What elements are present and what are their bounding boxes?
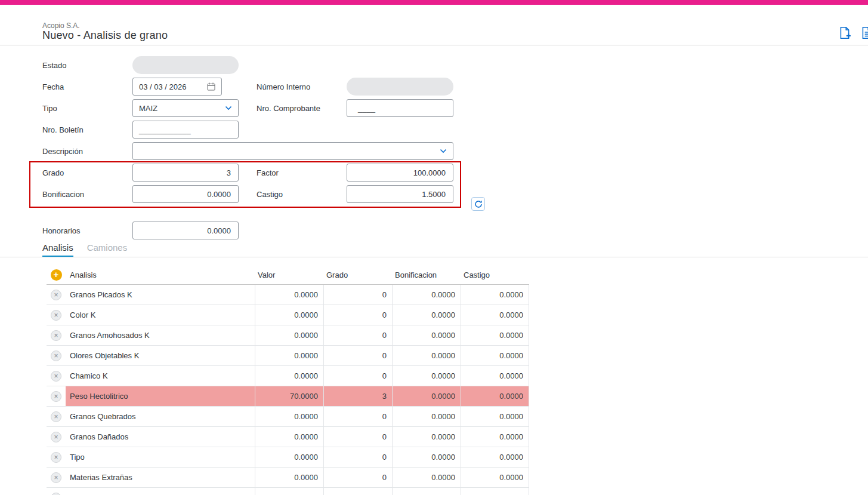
fecha-label: Fecha	[42, 78, 64, 96]
cell-bonificacion[interactable]	[392, 488, 461, 495]
cell-valor[interactable]: 70.0000	[255, 386, 323, 406]
cell-castigo[interactable]: 0.0000	[461, 346, 529, 365]
cell-analisis[interactable]: Olores Objetables K	[66, 346, 255, 365]
delete-row-button[interactable]: ×	[51, 432, 61, 442]
cell-grado[interactable]	[323, 488, 392, 495]
cell-valor[interactable]: 0.0000	[255, 305, 323, 325]
delete-row-button[interactable]: ×	[51, 351, 61, 361]
table-row: × Peso Hectolitrico 70.0000 3 0.0000 0.0…	[47, 386, 529, 407]
delete-row-button[interactable]: ×	[51, 452, 61, 463]
delete-row-button[interactable]: ×	[51, 371, 61, 382]
castigo-input[interactable]: 1.5000	[347, 185, 453, 203]
cell-valor[interactable]: 0.0000	[255, 366, 323, 386]
nro-boletin-label: Nro. Boletín	[42, 121, 84, 139]
cell-analisis[interactable]: Color K	[66, 305, 255, 325]
cell-grado[interactable]: 0	[323, 447, 392, 467]
cell-castigo[interactable]: 0.0000	[461, 305, 529, 325]
cell-castigo[interactable]: 0.0000	[461, 386, 529, 406]
factor-input[interactable]: 100.0000	[347, 164, 453, 182]
cell-valor[interactable]	[255, 488, 323, 495]
cell-bonificacion[interactable]: 0.0000	[392, 305, 461, 325]
nro-comprobante-value: ____	[353, 104, 375, 113]
delete-row-button[interactable]: ×	[51, 330, 61, 341]
cell-analisis[interactable]: Chamico K	[66, 366, 255, 386]
column-header-castigo: Castigo	[461, 266, 529, 284]
cell-bonificacion[interactable]: 0.0000	[392, 366, 461, 386]
cell-bonificacion[interactable]: 0.0000	[392, 447, 461, 467]
delete-row-button[interactable]: ×	[51, 472, 61, 483]
bonificacion-input[interactable]: 0.0000	[132, 185, 239, 203]
cell-castigo[interactable]: 0.0000	[461, 468, 529, 487]
cell-grado[interactable]: 0	[323, 427, 392, 447]
cell-castigo[interactable]: 0.0000	[461, 366, 529, 386]
cell-valor[interactable]: 0.0000	[255, 447, 323, 467]
nro-boletin-input[interactable]: ____________	[132, 121, 239, 139]
factor-label: Factor	[257, 164, 279, 182]
table-row: × Granos Dañados 0.0000 0 0.0000 0.0000	[47, 427, 529, 447]
tipo-select[interactable]: MAIZ	[132, 99, 239, 117]
table-row: × Chamico K 0.0000 0 0.0000 0.0000	[47, 366, 529, 386]
cell-grado[interactable]: 0	[323, 346, 392, 365]
cell-bonificacion[interactable]: 0.0000	[392, 386, 461, 406]
cell-grado[interactable]: 0	[323, 407, 392, 426]
descripcion-select[interactable]	[132, 142, 453, 160]
cell-grado[interactable]: 0	[323, 468, 392, 487]
cell-grado[interactable]: 0	[323, 285, 392, 305]
table-row: × Materias Extrañas 0.0000 0 0.0000 0.00…	[47, 468, 529, 488]
cell-bonificacion[interactable]: 0.0000	[392, 427, 461, 447]
cell-analisis[interactable]: Tipo	[66, 447, 255, 467]
cell-grado[interactable]: 3	[323, 386, 392, 406]
cell-valor[interactable]: 0.0000	[255, 346, 323, 365]
nro-boletin-value: ____________	[139, 125, 191, 134]
calendar-icon[interactable]	[207, 82, 215, 91]
cell-bonificacion[interactable]: 0.0000	[392, 325, 461, 345]
cell-analisis[interactable]	[66, 488, 255, 495]
cell-bonificacion[interactable]: 0.0000	[392, 468, 461, 487]
tab-camiones[interactable]: Camiones	[87, 243, 128, 257]
cell-analisis[interactable]: Granos Amohosados K	[66, 325, 255, 345]
delete-row-button[interactable]: ×	[51, 310, 61, 321]
cell-valor[interactable]: 0.0000	[255, 325, 323, 345]
cell-valor[interactable]: 0.0000	[255, 407, 323, 426]
table-row: × Granos Quebrados 0.0000 0 0.0000 0.000…	[47, 407, 529, 427]
cell-analisis[interactable]: Granos Picados K	[66, 285, 255, 305]
add-row-button[interactable]: +	[51, 269, 62, 281]
cell-analisis[interactable]: Granos Quebrados	[66, 407, 255, 426]
honorarios-input[interactable]: 0.0000	[132, 222, 239, 239]
cell-castigo[interactable]	[461, 488, 529, 495]
cell-castigo[interactable]: 0.0000	[461, 447, 529, 467]
delete-row-button[interactable]: ×	[51, 290, 61, 300]
numero-interno-label: Número Interno	[257, 78, 310, 96]
cell-bonificacion[interactable]: 0.0000	[392, 407, 461, 426]
cell-analisis[interactable]: Peso Hectolitrico	[66, 386, 255, 406]
new-document-icon[interactable]	[838, 26, 852, 41]
document-log-icon[interactable]	[860, 26, 868, 41]
cell-analisis[interactable]: Materias Extrañas	[66, 468, 255, 487]
tab-analisis[interactable]: Analisis	[42, 243, 73, 257]
cell-valor[interactable]: 0.0000	[255, 427, 323, 447]
cell-valor[interactable]: 0.0000	[255, 285, 323, 305]
table-row: × Granos Picados K 0.0000 0 0.0000 0.000…	[47, 285, 529, 305]
cell-castigo[interactable]: 0.0000	[461, 285, 529, 305]
refresh-button[interactable]	[471, 197, 485, 211]
cell-grado[interactable]: 0	[323, 305, 392, 325]
delete-row-button[interactable]: ×	[51, 411, 61, 422]
cell-bonificacion[interactable]: 0.0000	[392, 285, 461, 305]
cell-grado[interactable]: 0	[323, 366, 392, 386]
delete-row-button[interactable]: ×	[51, 493, 61, 495]
cell-analisis[interactable]: Granos Dañados	[66, 427, 255, 447]
cell-valor[interactable]: 0.0000	[255, 468, 323, 487]
grado-label: Grado	[42, 164, 64, 182]
delete-row-button[interactable]: ×	[51, 391, 61, 402]
cell-castigo[interactable]: 0.0000	[461, 325, 529, 345]
cell-castigo[interactable]: 0.0000	[461, 427, 529, 447]
nro-comprobante-input[interactable]: ____	[347, 99, 453, 117]
estado-label: Estado	[42, 56, 66, 74]
cell-castigo[interactable]: 0.0000	[461, 407, 529, 426]
cell-bonificacion[interactable]: 0.0000	[392, 346, 461, 365]
cell-grado[interactable]: 0	[323, 325, 392, 345]
numero-interno-field	[347, 78, 453, 96]
fecha-input[interactable]: 03 / 03 / 2026	[132, 78, 222, 96]
grado-input[interactable]: 3	[132, 164, 239, 182]
analysis-table-body: × Granos Picados K 0.0000 0 0.0000 0.000…	[47, 285, 529, 495]
